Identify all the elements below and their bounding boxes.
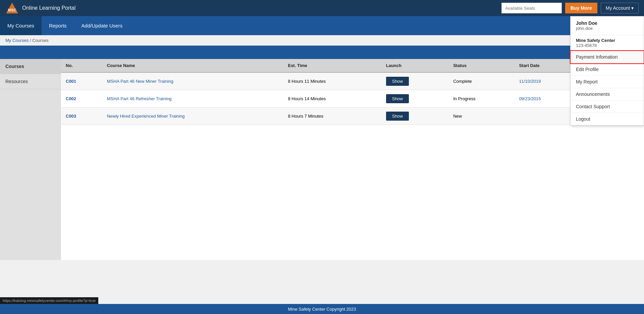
cell-status: Complete bbox=[448, 72, 514, 90]
dropdown-item-payment-infomation[interactable]: Payment Infomation bbox=[571, 51, 644, 63]
course-table: No. Course Name Est. Time Launch Status … bbox=[61, 59, 644, 125]
breadcrumb-my-courses[interactable]: My Courses bbox=[5, 38, 29, 43]
col-start-date: Start Date bbox=[514, 59, 579, 72]
status-bar-url: https://training.minesafetycenter.com/#/… bbox=[3, 299, 96, 303]
svg-text:MSC: MSC bbox=[8, 8, 16, 12]
cell-launch[interactable]: Show bbox=[381, 108, 448, 125]
msc-logo-icon: MSC bbox=[5, 2, 19, 14]
nav-bar: My Courses Reports Add/Update Users bbox=[0, 16, 644, 35]
cell-course-name: Newly Hired Experienced Miner Training bbox=[102, 108, 283, 125]
dropdown-user-info: John Doe john.doe bbox=[571, 16, 644, 35]
col-course-name: Course Name bbox=[102, 59, 283, 72]
show-button[interactable]: Show bbox=[386, 94, 409, 103]
dropdown-item-announcements[interactable]: Announcements bbox=[571, 88, 644, 101]
cell-launch[interactable]: Show bbox=[381, 90, 448, 108]
breadcrumb-courses: Courses bbox=[32, 38, 48, 43]
header-right: Buy More My Account ▾ bbox=[501, 3, 639, 13]
sidebar-item-resources[interactable]: Resources bbox=[0, 74, 61, 89]
nav-item-add-update-users[interactable]: Add/Update Users bbox=[74, 16, 130, 35]
dropdown-user-name: John Doe bbox=[576, 20, 638, 26]
cell-status: New bbox=[448, 108, 514, 125]
status-bar: https://training.minesafetycenter.com/#/… bbox=[0, 297, 98, 304]
show-button[interactable]: Show bbox=[386, 77, 409, 86]
sidebar-item-courses[interactable]: Courses bbox=[0, 59, 61, 74]
top-header: MSC Online Learning Portal Buy More My A… bbox=[0, 0, 644, 16]
sidebar: Courses Resources bbox=[0, 59, 61, 260]
nav-item-my-courses[interactable]: My Courses bbox=[0, 16, 42, 35]
col-status: Status bbox=[448, 59, 514, 72]
cell-status: In Progress bbox=[448, 90, 514, 108]
dropdown-item-logout[interactable]: Logout bbox=[571, 113, 644, 125]
cell-start-date bbox=[514, 108, 579, 125]
account-dropdown-menu: John Doe john.doe Mine Safety Center 123… bbox=[570, 16, 644, 126]
course-area: No. Course Name Est. Time Launch Status … bbox=[61, 59, 644, 260]
dropdown-org-id: 123-45678 bbox=[576, 43, 638, 48]
dropdown-org-name: Mine Safety Center bbox=[576, 38, 638, 43]
cell-launch[interactable]: Show bbox=[381, 72, 448, 90]
section-blue-bar bbox=[0, 46, 644, 59]
dropdown-item-edit-profile[interactable]: Edit Profile bbox=[571, 63, 644, 76]
col-no: No. bbox=[61, 59, 102, 72]
cell-start-date: 09/23/2015 bbox=[514, 90, 579, 108]
my-account-button[interactable]: My Account ▾ bbox=[601, 3, 639, 13]
cell-course-name: MSHA Part 46 Refresher Training bbox=[102, 90, 283, 108]
portal-title: Online Learning Portal bbox=[22, 5, 75, 11]
breadcrumb: My Courses / Courses bbox=[0, 35, 644, 46]
cell-start-date: 11/10/2019 bbox=[514, 72, 579, 90]
dropdown-item-contact-support[interactable]: Contact Support bbox=[571, 101, 644, 113]
buy-more-button[interactable]: Buy More bbox=[565, 3, 597, 13]
cell-est-time: 8 Hours 14 Minutes bbox=[283, 90, 381, 108]
cell-est-time: 8 Hours 7 Minutes bbox=[283, 108, 381, 125]
dropdown-org-info: Mine Safety Center 123-45678 bbox=[571, 35, 644, 51]
available-seats-input[interactable] bbox=[501, 3, 562, 13]
footer: Mine Safety Center Copyright 2023 bbox=[0, 304, 644, 314]
col-est-time: Est. Time bbox=[283, 59, 381, 72]
cell-no: C003 bbox=[61, 108, 102, 125]
main-content: Courses Resources No. Course Name Est. T… bbox=[0, 59, 644, 260]
table-row: C001 MSHA Part 46 New Miner Training 8 H… bbox=[61, 72, 644, 90]
cell-course-name: MSHA Part 46 New Miner Training bbox=[102, 72, 283, 90]
cell-no: C002 bbox=[61, 90, 102, 108]
col-launch: Launch bbox=[381, 59, 448, 72]
dropdown-user-email: john.doe bbox=[576, 26, 638, 31]
logo-area: MSC Online Learning Portal bbox=[5, 2, 75, 14]
footer-copyright: Mine Safety Center Copyright 2023 bbox=[288, 307, 356, 312]
cell-est-time: 8 Hours 11 Minutes bbox=[283, 72, 381, 90]
nav-item-reports[interactable]: Reports bbox=[42, 16, 74, 35]
show-button[interactable]: Show bbox=[386, 112, 409, 121]
cell-no: C001 bbox=[61, 72, 102, 90]
table-row: C002 MSHA Part 46 Refresher Training 8 H… bbox=[61, 90, 644, 108]
table-header-row: No. Course Name Est. Time Launch Status … bbox=[61, 59, 644, 72]
table-row: C003 Newly Hired Experienced Miner Train… bbox=[61, 108, 644, 125]
dropdown-item-my-report[interactable]: My Report bbox=[571, 76, 644, 88]
